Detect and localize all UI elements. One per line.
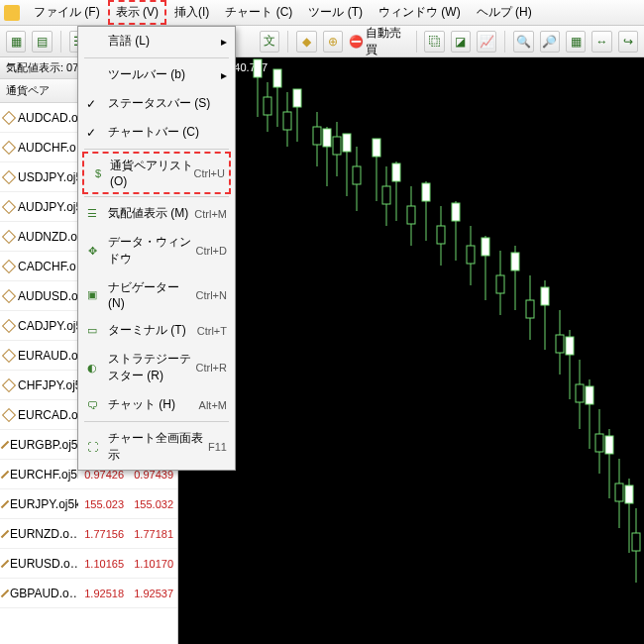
- svg-rect-19: [353, 166, 361, 184]
- chart-area[interactable]: 140.790 140.811 140.658 140.717: [178, 57, 644, 644]
- navigator-icon: ▣: [84, 287, 100, 303]
- menu-window[interactable]: ウィンドウ (W): [371, 0, 469, 25]
- menu-separator: [84, 57, 229, 58]
- menubar: ファイル (F) 表示 (V) 挿入(I) チャート (C) ツール (T) ウ…: [0, 0, 644, 26]
- bid-price: 1.10165: [78, 558, 128, 570]
- symbol-icon: [2, 378, 16, 392]
- menu-chartbar[interactable]: チャートバー (C): [78, 118, 235, 147]
- symbol-icon: [2, 260, 16, 273]
- ask-price: 1.77181: [128, 528, 177, 540]
- menu-terminal[interactable]: ▭ターミナル (T)Ctrl+T: [78, 316, 235, 345]
- profiles-button[interactable]: ▤: [32, 31, 52, 53]
- new-chart-button[interactable]: ▦: [6, 31, 26, 53]
- menu-statusbar[interactable]: ステータスバー (S): [78, 89, 235, 118]
- market-watch-row[interactable]: EURJPY.oj5k155.023155.032: [0, 489, 177, 519]
- candle-chart-button[interactable]: ◪: [451, 31, 471, 53]
- symbol-icon: [1, 589, 9, 596]
- menu-data-window[interactable]: ✥データ・ウィンドウCtrl+D: [78, 228, 235, 273]
- fullscreen-icon: ⛶: [84, 439, 100, 455]
- menu-separator: [84, 149, 229, 150]
- candlestick-chart: [178, 57, 644, 644]
- svg-rect-39: [496, 275, 504, 293]
- market-watch-icon: ☰: [84, 206, 100, 222]
- market-watch-row[interactable]: EURUSD.o…1.101651.10170: [0, 549, 177, 579]
- symbol-name: EURUSD.o…: [10, 557, 78, 571]
- svg-rect-63: [632, 533, 640, 551]
- symbol-name: GBPAUD.o…: [10, 587, 78, 600]
- menu-language[interactable]: 言語 (L)▸: [78, 27, 235, 55]
- menu-view[interactable]: 表示 (V): [108, 0, 166, 25]
- svg-rect-25: [392, 163, 400, 181]
- symbol-icon: [2, 289, 16, 303]
- dollar-icon: $: [90, 165, 106, 181]
- svg-rect-51: [576, 384, 584, 402]
- symbol-name: EURGBP.oj5k: [10, 438, 78, 452]
- ask-price: 155.032: [128, 498, 177, 510]
- svg-rect-3: [264, 97, 271, 115]
- market-watch-row[interactable]: GBPAUD.o…1.925181.92537: [0, 579, 177, 608]
- symbol-name: EURJPY.oj5k: [10, 497, 78, 511]
- menu-separator: [84, 196, 229, 197]
- svg-rect-11: [313, 127, 321, 145]
- svg-rect-27: [407, 206, 415, 224]
- menu-file[interactable]: ファイル (F): [26, 0, 108, 25]
- market-watch-row[interactable]: EURNZD.o…1.771561.77181: [0, 519, 177, 549]
- line-chart-button[interactable]: 📈: [477, 31, 496, 53]
- svg-rect-23: [382, 186, 390, 204]
- tester-icon: ◐: [84, 360, 100, 376]
- order-button[interactable]: 文: [260, 31, 279, 53]
- chat-icon: 🗨: [84, 397, 100, 413]
- autotrade-label: 自動売買: [366, 25, 408, 58]
- svg-rect-1: [254, 59, 262, 77]
- menu-separator: [84, 421, 229, 422]
- menu-insert[interactable]: 挿入(I): [166, 0, 217, 25]
- menu-fullscreen[interactable]: ⛶チャート全画面表示F11: [78, 424, 235, 470]
- bar-chart-button[interactable]: ⿻: [424, 31, 444, 53]
- menu-help[interactable]: ヘルプ (H): [469, 0, 540, 25]
- svg-rect-37: [482, 238, 489, 256]
- menu-tools[interactable]: ツール (T): [300, 0, 371, 25]
- svg-rect-47: [556, 335, 564, 353]
- svg-rect-5: [273, 69, 281, 87]
- svg-rect-55: [595, 434, 603, 452]
- menu-toolbar[interactable]: ツールバー (b)▸: [78, 60, 235, 89]
- toolbar-separator: [416, 31, 417, 53]
- toolbar-separator: [60, 31, 61, 53]
- symbol-icon: [1, 440, 9, 448]
- zoom-in-button[interactable]: 🔍: [513, 31, 533, 53]
- symbol-icon: [2, 141, 16, 155]
- svg-rect-43: [526, 300, 534, 318]
- svg-rect-45: [541, 287, 549, 305]
- autoscroll-button[interactable]: ↪: [618, 31, 638, 53]
- autotrade-button[interactable]: ⛔自動売買: [349, 25, 408, 58]
- zoom-out-button[interactable]: 🔎: [540, 31, 560, 53]
- crosshair-icon: ✥: [84, 243, 100, 259]
- symbol-icon: [2, 230, 16, 244]
- indicators-button[interactable]: ⊕: [323, 31, 343, 53]
- svg-rect-49: [566, 337, 574, 355]
- symbol-icon: [1, 559, 9, 567]
- menu-navigator[interactable]: ▣ナビゲーター (N)Ctrl+N: [78, 273, 235, 316]
- svg-rect-9: [293, 89, 301, 107]
- menu-symbols[interactable]: $通貨ペアリスト (O)Ctrl+U: [82, 152, 231, 194]
- symbol-icon: [1, 470, 9, 478]
- svg-rect-7: [283, 112, 291, 130]
- menu-chart[interactable]: チャート (C): [217, 0, 300, 25]
- symbol-name: EURNZD.o…: [10, 527, 78, 541]
- ask-price: 1.92537: [128, 588, 177, 599]
- toolbar-separator: [504, 31, 505, 53]
- toolbar-separator: [287, 31, 288, 53]
- symbol-icon: [1, 529, 9, 537]
- symbol-icon: [1, 499, 9, 507]
- menu-chat[interactable]: 🗨チャット (H)Alt+M: [78, 390, 235, 419]
- expert-button[interactable]: ◆: [296, 31, 316, 53]
- shift-button[interactable]: ↔: [591, 31, 611, 53]
- svg-rect-59: [615, 483, 623, 501]
- tile-button[interactable]: ▦: [566, 31, 586, 53]
- svg-rect-13: [323, 129, 331, 147]
- svg-rect-15: [333, 137, 341, 155]
- menu-strategy-tester[interactable]: ◐ストラテジーテスター (R)Ctrl+R: [78, 345, 235, 390]
- svg-rect-21: [373, 139, 380, 157]
- menu-market-watch[interactable]: ☰気配値表示 (M)Ctrl+M: [78, 199, 235, 228]
- svg-rect-29: [422, 183, 430, 201]
